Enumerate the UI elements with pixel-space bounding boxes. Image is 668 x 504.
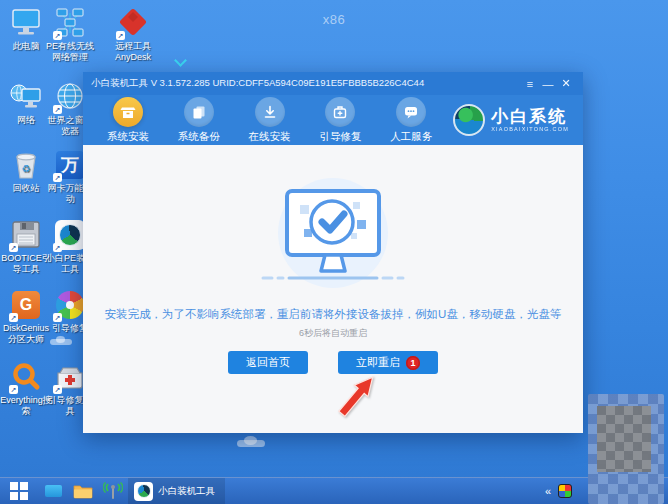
network-icon <box>8 80 44 114</box>
shortcut-arrow-icon <box>116 31 125 40</box>
desktop-icon-label: PE有线无线网络管理 <box>46 41 94 62</box>
wireless-antenna-icon <box>103 482 123 500</box>
step-badge: 1 <box>406 356 420 370</box>
install-box-icon <box>113 97 143 127</box>
svg-text:♻: ♻ <box>22 163 31 174</box>
cloud-decoration <box>237 440 265 447</box>
xiaobai-app-icon <box>134 482 153 501</box>
cloud-decoration <box>50 339 72 345</box>
backup-copy-icon <box>184 97 214 127</box>
brand-subtitle: XIAOBAIXITONG.COM <box>491 126 569 132</box>
magnifier-icon <box>8 360 44 394</box>
network-status-button[interactable] <box>98 478 128 504</box>
display-icon <box>45 485 62 497</box>
recycle-bin-icon: ♻ <box>8 148 44 182</box>
window-title: 小白装机工具 V 3.1.572.285 URID:CDFF5A594C09E1… <box>91 77 521 90</box>
shortcut-arrow-icon <box>9 385 18 394</box>
nav-bar: 系统安装 系统备份 在线安装 引导修复 人工服务 <box>83 95 583 145</box>
shortcut-arrow-icon <box>9 243 18 252</box>
minimize-button[interactable]: — <box>539 78 557 90</box>
chat-bubble-icon <box>396 97 426 127</box>
network-manage-icon <box>52 6 88 40</box>
desktop-icon-anydesk[interactable]: 远程工具 AnyDesk <box>107 6 159 63</box>
brand-title: 小白系统 <box>491 108 569 126</box>
desktop-icon-label: 此电脑 <box>13 41 40 51</box>
main-content: 安装完成，为了不影响系统部署，重启前请将外接设备拔掉，例如U盘，移动硬盘，光盘等… <box>83 145 583 433</box>
briefcase-icon <box>325 97 355 127</box>
file-explorer-button[interactable] <box>68 478 98 504</box>
red-arrow-annotation <box>318 367 380 427</box>
tab-label: 系统备份 <box>178 130 220 144</box>
desktop-icon-pe-network-manager[interactable]: PE有线无线网络管理 <box>44 6 96 63</box>
tab-label: 人工服务 <box>390 130 432 144</box>
taskbar-app-xiaobai[interactable]: 小白装机工具 <box>128 478 225 504</box>
tray-expand-chevron[interactable]: « <box>545 485 551 497</box>
auto-restart-countdown: 6秒后将自动重启 <box>299 327 367 340</box>
desktop-icon-label: 回收站 <box>13 183 40 193</box>
shortcut-arrow-icon <box>53 243 62 252</box>
taskbar-display-button[interactable] <box>38 478 68 504</box>
tab-label: 系统安装 <box>107 130 149 144</box>
windows-logo-icon <box>10 482 28 500</box>
tab-human-service[interactable]: 人工服务 <box>382 97 440 144</box>
folder-icon <box>73 483 93 499</box>
tray-color-app-icon[interactable] <box>558 484 572 498</box>
download-icon <box>255 97 285 127</box>
tab-system-install[interactable]: 系统安装 <box>99 97 157 144</box>
tab-label: 在线安装 <box>249 130 291 144</box>
brand-logo: 小白系统 XIAOBAIXITONG.COM <box>453 104 573 136</box>
xiaobai-logo-icon <box>453 104 485 136</box>
desktop-icon-label: DiskGenius分区大师 <box>3 323 49 344</box>
menu-button[interactable]: ≡ <box>521 78 539 90</box>
back-home-button[interactable]: 返回首页 <box>228 351 308 374</box>
tab-label: 引导修复 <box>319 130 361 144</box>
window-titlebar[interactable]: 小白装机工具 V 3.1.572.285 URID:CDFF5A594C09E1… <box>83 72 583 95</box>
desktop-icon-label: 远程工具 AnyDesk <box>115 41 151 62</box>
xiaobai-installer-window: 小白装机工具 V 3.1.572.285 URID:CDFF5A594C09E1… <box>83 72 583 433</box>
desktop-icon-label: 网络 <box>17 115 35 125</box>
tab-system-backup[interactable]: 系统备份 <box>170 97 228 144</box>
shortcut-arrow-icon <box>53 173 62 182</box>
pixelated-redaction-inner <box>597 406 651 472</box>
close-button[interactable]: ✕ <box>557 77 575 90</box>
tab-online-install[interactable]: 在线安装 <box>241 97 299 144</box>
taskbar: 小白装机工具 « <box>0 477 668 504</box>
pixelated-redaction-block <box>588 394 664 504</box>
tab-boot-repair[interactable]: 引导修复 <box>312 97 370 144</box>
anydesk-icon <box>115 6 151 40</box>
taskbar-app-label: 小白装机工具 <box>158 485 215 498</box>
start-button[interactable] <box>0 478 38 504</box>
shortcut-arrow-icon <box>53 105 62 114</box>
shortcut-arrow-icon <box>53 385 62 394</box>
chevron-down-icon <box>174 54 187 67</box>
shortcut-arrow-icon <box>53 313 62 322</box>
wallpaper-os-label: x86 <box>0 12 668 27</box>
diskgenius-icon: G <box>8 288 44 322</box>
floppy-disk-icon <box>8 218 44 252</box>
shortcut-arrow-icon <box>53 31 62 40</box>
computer-icon <box>8 6 44 40</box>
install-complete-message: 安装完成，为了不影响系统部署，重启前请将外接设备拔掉，例如U盘，移动硬盘，光盘等 <box>105 307 562 322</box>
shortcut-arrow-icon <box>9 313 18 322</box>
monitor-success-illustration <box>253 175 413 301</box>
